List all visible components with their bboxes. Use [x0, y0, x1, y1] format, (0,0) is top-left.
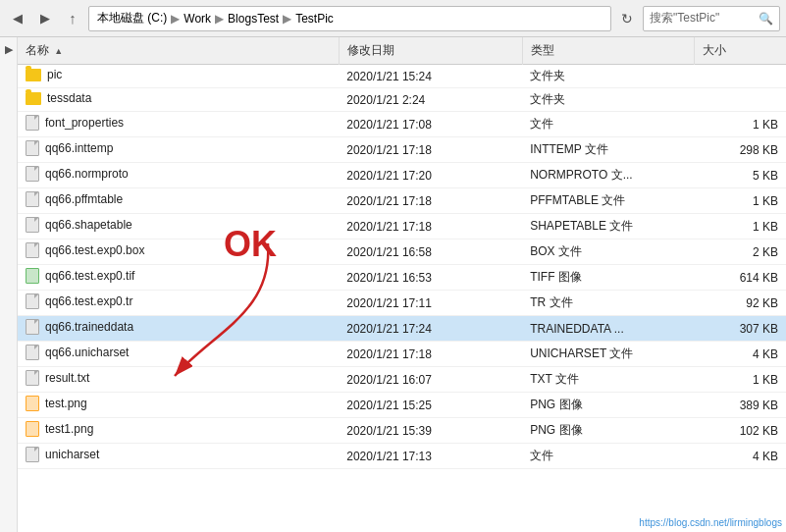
back-button[interactable]: ◀: [6, 7, 29, 30]
table-header-row: 名称 ▲ 修改日期 类型 大小: [18, 37, 786, 65]
table-row[interactable]: test.png 2020/1/21 15:25 PNG 图像 389 KB: [18, 393, 786, 418]
file-type-cell: TRAINEDDATA ...: [522, 316, 694, 342]
table-row[interactable]: pic 2020/1/21 15:24 文件夹: [18, 65, 786, 88]
file-date-cell: 2020/1/21 17:11: [339, 291, 522, 316]
file-size-cell: 298 KB: [695, 137, 787, 163]
file-name-cell: qq66.inttemp: [18, 137, 339, 163]
file-table: 名称 ▲ 修改日期 类型 大小 pic 2020/1/21 15:24: [18, 37, 786, 469]
table-row[interactable]: qq66.normproto 2020/1/21 17:20 NORMPROTO…: [18, 163, 786, 188]
file-date-cell: 2020/1/21 17:18: [339, 188, 522, 214]
file-name: qq66.test.exp0.tif: [45, 269, 134, 283]
file-size-cell: 4 KB: [695, 342, 787, 367]
file-size-cell: [695, 65, 787, 88]
file-size-cell: 1 KB: [695, 367, 787, 393]
sort-arrow-name: ▲: [54, 46, 63, 56]
file-type-cell: 文件: [522, 112, 694, 137]
watermark: https://blog.csdn.net/lirmingblogs: [639, 517, 782, 528]
file-icon-name: pic: [26, 68, 62, 81]
file-date-cell: 2020/1/21 15:39: [339, 418, 522, 444]
tif-icon: [26, 268, 39, 284]
address-bar: ◀ ▶ ↑ 本地磁盘 (C:) ▶ Work ▶ BlogsTest ▶ Tes…: [0, 0, 786, 37]
file-type-cell: PFFMTABLE 文件: [522, 188, 694, 214]
table-row[interactable]: qq66.inttemp 2020/1/21 17:18 INTTEMP 文件 …: [18, 137, 786, 163]
file-name: qq66.test.exp0.box: [45, 243, 144, 257]
file-type-cell: UNICHARSET 文件: [522, 342, 694, 367]
file-icon: [26, 140, 39, 156]
col-header-name[interactable]: 名称 ▲: [18, 37, 339, 65]
file-name-cell: qq66.pffmtable: [18, 188, 339, 214]
file-icon: [26, 242, 39, 258]
file-list-container[interactable]: 名称 ▲ 修改日期 类型 大小 pic 2020/1/21 15:24: [18, 37, 786, 532]
breadcrumb-work[interactable]: Work: [183, 12, 211, 26]
file-name: qq66.normproto: [45, 167, 129, 181]
file-date-cell: 2020/1/21 2:24: [339, 88, 522, 112]
file-name: pic: [47, 68, 62, 81]
file-icon: [26, 447, 39, 462]
breadcrumb[interactable]: 本地磁盘 (C:) ▶ Work ▶ BlogsTest ▶ TestPic: [88, 6, 611, 31]
file-name: qq66.shapetable: [45, 218, 132, 232]
table-row[interactable]: qq66.shapetable 2020/1/21 17:18 SHAPETAB…: [18, 214, 786, 239]
breadcrumb-blogstest[interactable]: BlogsTest: [228, 12, 279, 26]
file-date-cell: 2020/1/21 17:20: [339, 163, 522, 188]
file-type-cell: PNG 图像: [522, 418, 694, 444]
sidebar-toggle[interactable]: ▶: [5, 43, 13, 56]
table-row[interactable]: font_properties 2020/1/21 17:08 文件 1 KB: [18, 112, 786, 137]
file-name-cell: font_properties: [18, 112, 339, 137]
file-name-cell: qq66.test.exp0.box: [18, 239, 339, 265]
file-type-cell: 文件: [522, 444, 694, 469]
file-name: qq66.test.exp0.tr: [45, 294, 132, 308]
table-row[interactable]: qq66.unicharset 2020/1/21 17:18 UNICHARS…: [18, 342, 786, 367]
table-row[interactable]: test1.png 2020/1/21 15:39 PNG 图像 102 KB: [18, 418, 786, 444]
file-icon: [26, 115, 39, 131]
file-icon-name: test.png: [26, 396, 87, 411]
file-icon-name: tessdata: [26, 91, 91, 105]
table-row[interactable]: qq66.test.exp0.tif 2020/1/21 16:53 TIFF …: [18, 265, 786, 291]
file-icon: [26, 166, 39, 182]
file-size-cell: 102 KB: [695, 418, 787, 444]
file-name-cell: qq66.normproto: [18, 163, 339, 188]
file-type-cell: SHAPETABLE 文件: [522, 214, 694, 239]
breadcrumb-testpic[interactable]: TestPic: [295, 12, 334, 26]
file-name: qq66.pffmtable: [45, 192, 123, 206]
file-name-cell: pic: [18, 65, 339, 88]
file-icon-name: unicharset: [26, 447, 99, 462]
file-name: font_properties: [45, 116, 124, 130]
file-icon: [26, 217, 39, 233]
file-icon: [26, 293, 39, 309]
col-header-size[interactable]: 大小: [695, 37, 787, 65]
file-type-cell: INTTEMP 文件: [522, 137, 694, 163]
forward-button[interactable]: ▶: [33, 7, 57, 30]
file-date-cell: 2020/1/21 16:58: [339, 239, 522, 265]
search-icon: 🔍: [759, 12, 773, 26]
col-header-type[interactable]: 类型: [522, 37, 694, 65]
png-icon: [26, 421, 39, 437]
file-size-cell: 614 KB: [695, 265, 787, 291]
file-date-cell: 2020/1/21 17:24: [339, 316, 522, 342]
search-box[interactable]: 搜索"TestPic" 🔍: [643, 6, 780, 31]
file-date-cell: 2020/1/21 16:07: [339, 367, 522, 393]
refresh-button[interactable]: ↻: [615, 7, 639, 30]
file-icon-name: qq66.test.exp0.tr: [26, 293, 132, 309]
file-name-cell: test.png: [18, 393, 339, 418]
table-row[interactable]: result.txt 2020/1/21 16:07 TXT 文件 1 KB: [18, 367, 786, 393]
col-header-date[interactable]: 修改日期: [339, 37, 522, 65]
png-icon: [26, 396, 39, 411]
file-icon-name: qq66.pffmtable: [26, 191, 123, 207]
file-size-cell: 389 KB: [695, 393, 787, 418]
table-row[interactable]: qq66.pffmtable 2020/1/21 17:18 PFFMTABLE…: [18, 188, 786, 214]
table-row[interactable]: unicharset 2020/1/21 17:13 文件 4 KB: [18, 444, 786, 469]
file-icon-name: qq66.inttemp: [26, 140, 113, 156]
main-layout: ▶ 名称 ▲ 修改日期 类型 大小: [0, 37, 786, 532]
file-date-cell: 2020/1/21 17:08: [339, 112, 522, 137]
breadcrumb-local-disk[interactable]: 本地磁盘 (C:): [97, 10, 167, 27]
table-row[interactable]: qq66.traineddata 2020/1/21 17:24 TRAINED…: [18, 316, 786, 342]
up-button[interactable]: ↑: [61, 7, 84, 30]
file-name: test1.png: [45, 422, 93, 436]
file-type-cell: TXT 文件: [522, 367, 694, 393]
table-row[interactable]: qq66.test.exp0.box 2020/1/21 16:58 BOX 文…: [18, 239, 786, 265]
file-date-cell: 2020/1/21 16:53: [339, 265, 522, 291]
table-row[interactable]: tessdata 2020/1/21 2:24 文件夹: [18, 88, 786, 112]
file-size-cell: 5 KB: [695, 163, 787, 188]
table-row[interactable]: qq66.test.exp0.tr 2020/1/21 17:11 TR 文件 …: [18, 291, 786, 316]
file-date-cell: 2020/1/21 17:18: [339, 214, 522, 239]
